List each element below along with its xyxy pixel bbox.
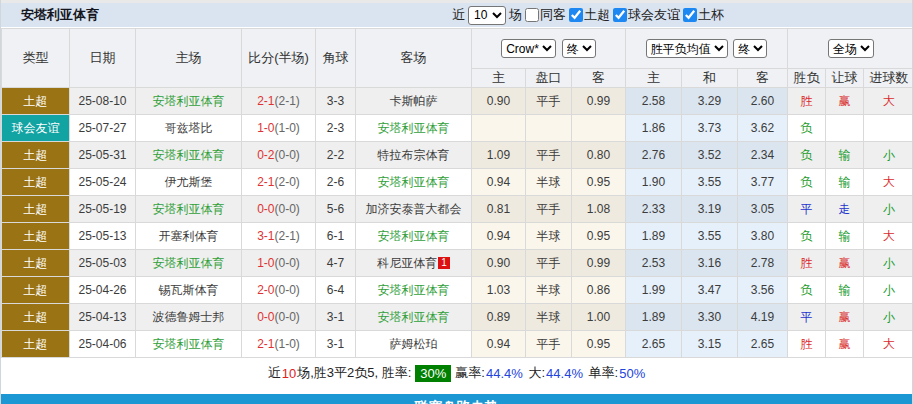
league-checkbox-input[interactable] (569, 8, 583, 22)
cup-checkbox[interactable]: 土杯 (683, 6, 724, 24)
euro-draw-odds: 3.16 (682, 250, 738, 277)
sub-header-let: 让球 (826, 69, 864, 88)
fulltime-score: 1-0 (257, 121, 274, 135)
halftime-score: (0-0) (275, 310, 300, 324)
asia-home-odds: 0.89 (472, 304, 526, 331)
corner-count: 3-1 (316, 304, 356, 331)
score-cell: 1-0(0-0) (242, 250, 316, 277)
result-flag: 平 (788, 196, 826, 223)
result-flag: 负 (788, 169, 826, 196)
europe-odds-group: 胜平负均值 终 (626, 29, 788, 69)
euro-away-odds: 2.34 (738, 142, 788, 169)
euro-home-odds: 2.58 (626, 88, 682, 115)
sub-header-result: 胜负 (788, 69, 826, 88)
cup-checkbox-input[interactable] (683, 8, 697, 22)
away-team-cell: 安塔利亚体育 (356, 169, 472, 196)
away-team-cell: 安塔利亚体育 (356, 223, 472, 250)
europe-odds-state-select[interactable]: 终 (733, 39, 767, 58)
sub-header-asia-away: 客 (572, 69, 626, 88)
handicap-result-flag: 走 (826, 196, 864, 223)
goals-result-flag: 小 (864, 304, 913, 331)
table-row: 土超 25-05-24 伊尤斯堡 2-1(2-0) 2-6 安塔利亚体育 0.9… (2, 169, 913, 196)
match-date: 25-08-10 (70, 88, 136, 115)
euro-draw-odds: 3.52 (682, 142, 738, 169)
away-team-cell: 安塔利亚体育 (356, 115, 472, 142)
away-team: 安塔利亚体育 (378, 175, 450, 189)
euro-home-odds: 2.76 (626, 142, 682, 169)
euro-home-odds: 1.90 (626, 169, 682, 196)
halftime-score: (1-0) (275, 121, 300, 135)
single-rate-value: 50% (619, 366, 645, 381)
halftime-score: (0-0) (275, 283, 300, 297)
same-venue-checkbox-input[interactable] (525, 8, 539, 22)
league-handicap-trend-tab[interactable]: 联赛盘路走势 (1, 394, 912, 404)
asia-home-odds: 0.94 (472, 331, 526, 358)
euro-draw-odds: 3.55 (682, 223, 738, 250)
away-team-cell: 特拉布宗体育 (356, 142, 472, 169)
result-flag: 平 (788, 304, 826, 331)
league-checkbox[interactable]: 土超 (569, 6, 610, 24)
summary-record: 场,胜3平2负5, 胜率: (297, 364, 411, 382)
goals-result-flag: 小 (864, 277, 913, 304)
asia-away-odds: 0.95 (572, 169, 626, 196)
summary-near: 近 (268, 364, 281, 382)
euro-away-odds: 4.19 (738, 304, 788, 331)
euro-draw-odds: 3.55 (682, 169, 738, 196)
asia-away-odds: 0.86 (572, 277, 626, 304)
fulltime-score: 0-0 (257, 310, 274, 324)
asia-away-odds: 0.95 (572, 331, 626, 358)
match-date: 25-05-24 (70, 169, 136, 196)
sub-header-handicap: 盘口 (526, 69, 572, 88)
asia-away-odds (572, 115, 626, 142)
table-row: 土超 25-04-26 锡瓦斯体育 2-0(0-0) 6-4 安塔利亚体育 1.… (2, 277, 913, 304)
away-team-cell: 卡斯帕萨 (356, 88, 472, 115)
match-type-badge: 土超 (2, 88, 70, 115)
euro-away-odds: 2.60 (738, 88, 788, 115)
away-team: 加济安泰普大都会 (366, 202, 462, 216)
corner-count: 2-2 (316, 142, 356, 169)
match-type-badge: 土超 (2, 331, 70, 358)
col-header-home: 主场 (136, 29, 242, 88)
scope-select[interactable]: 全场 (828, 39, 874, 58)
euro-away-odds: 3.56 (738, 277, 788, 304)
away-team-cell: 安塔利亚体育 (356, 277, 472, 304)
match-count-select[interactable]: 10 (468, 6, 506, 25)
handicap-result-flag: 输 (826, 142, 864, 169)
match-date: 25-04-13 (70, 304, 136, 331)
away-team-cell: 加济安泰普大都会 (356, 196, 472, 223)
handicap-line: 平手 (526, 88, 572, 115)
home-team: 开塞利体育 (136, 223, 242, 250)
result-flag: 负 (788, 115, 826, 142)
fulltime-score: 0-0 (257, 202, 274, 216)
away-team: 安塔利亚体育 (378, 229, 450, 243)
away-team: 卡斯帕萨 (390, 94, 438, 108)
asia-odds-state-select[interactable]: 终 (562, 39, 596, 58)
recent-matches-panel: 安塔利亚体育 近 10 场 同客 土超 球会友谊 土杯 (0, 0, 913, 404)
friendly-checkbox[interactable]: 球会友谊 (613, 6, 680, 24)
goals-result-flag (864, 115, 913, 142)
friendly-checkbox-input[interactable] (613, 8, 627, 22)
euro-draw-odds: 3.47 (682, 277, 738, 304)
games-label: 场 (509, 6, 522, 24)
match-rows: 土超 25-08-10 安塔利亚体育 2-1(2-1) 3-3 卡斯帕萨 0.9… (2, 88, 913, 358)
match-type-badge: 球会友谊 (2, 115, 70, 142)
handicap-result-flag (826, 115, 864, 142)
euro-draw-odds: 3.29 (682, 88, 738, 115)
let-rate-value: 44.4% (486, 366, 523, 381)
col-header-away: 客场 (356, 29, 472, 88)
fulltime-score: 2-1 (257, 94, 274, 108)
asia-odds-group: Crow* 终 (472, 29, 626, 69)
sub-header-euro-away: 客 (738, 69, 788, 88)
euro-draw-odds: 3.19 (682, 196, 738, 223)
europe-odds-select[interactable]: 胜平负均值 (646, 39, 728, 58)
home-team: 安塔利亚体育 (136, 250, 242, 277)
title-bar: 安塔利亚体育 近 10 场 同客 土超 球会友谊 土杯 (1, 3, 912, 28)
corner-count: 2-6 (316, 169, 356, 196)
halftime-score: (2-1) (275, 229, 300, 243)
same-venue-checkbox[interactable]: 同客 (525, 6, 566, 24)
euro-home-odds: 2.65 (626, 331, 682, 358)
bookmaker-select[interactable]: Crow* (501, 39, 556, 58)
red-card-badge: 1 (438, 257, 450, 269)
asia-home-odds: 0.90 (472, 250, 526, 277)
fulltime-score: 2-0 (257, 283, 274, 297)
